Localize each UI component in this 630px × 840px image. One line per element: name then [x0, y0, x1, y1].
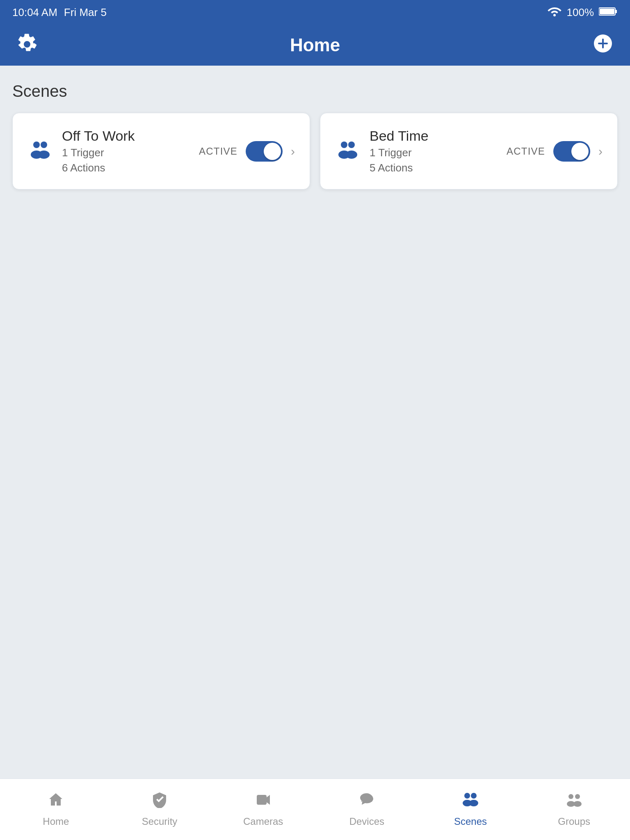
- nav-label-home: Home: [43, 816, 69, 827]
- svg-point-3: [33, 142, 40, 148]
- scene-actions-2: 5 Actions: [370, 162, 429, 174]
- status-bar: 10:04 AM Fri Mar 5 100%: [0, 0, 630, 25]
- scene-icon: [27, 138, 52, 164]
- main-content: Scenes Off To Work 1 Trigger 6 Actions: [0, 66, 630, 778]
- nav-label-security: Security: [142, 816, 178, 827]
- scene-info-2: Bed Time 1 Trigger 5 Actions: [370, 128, 429, 174]
- cameras-icon: [255, 792, 272, 812]
- nav-item-scenes[interactable]: Scenes: [419, 788, 523, 831]
- scene-card-off-to-work[interactable]: Off To Work 1 Trigger 6 Actions ACTIVE ›: [12, 113, 310, 189]
- active-label: ACTIVE: [199, 146, 237, 157]
- chevron-right-icon-2: ›: [598, 144, 603, 158]
- svg-point-4: [41, 142, 47, 148]
- security-icon: [151, 792, 168, 812]
- settings-button[interactable]: [16, 34, 38, 57]
- scene-info: Off To Work 1 Trigger 6 Actions: [62, 128, 135, 174]
- nav-item-cameras[interactable]: Cameras: [211, 788, 315, 831]
- app-header: Home: [0, 25, 630, 66]
- toggle-knob-2: [571, 143, 589, 160]
- status-time: 10:04 AM: [12, 6, 57, 19]
- status-right: 100%: [547, 6, 618, 19]
- scene-toggle[interactable]: [246, 141, 283, 162]
- svg-point-10: [346, 151, 357, 159]
- wifi-icon: [547, 6, 562, 19]
- svg-rect-2: [600, 9, 614, 14]
- status-date: Fri Mar 5: [64, 6, 107, 19]
- chevron-right-icon: ›: [291, 144, 295, 158]
- scene-card-left: Off To Work 1 Trigger 6 Actions: [27, 128, 135, 174]
- bottom-nav: Home Security Cameras Devices: [0, 778, 630, 840]
- battery-percentage: 100%: [567, 6, 594, 19]
- scene-trigger: 1 Trigger: [62, 146, 135, 159]
- nav-item-home[interactable]: Home: [4, 788, 108, 831]
- home-icon: [48, 792, 64, 812]
- nav-label-cameras: Cameras: [243, 816, 283, 827]
- scene-name: Off To Work: [62, 128, 135, 144]
- nav-item-security[interactable]: Security: [108, 788, 212, 831]
- svg-point-19: [573, 801, 582, 807]
- svg-point-8: [348, 142, 355, 148]
- toggle-knob: [264, 143, 281, 160]
- nav-label-scenes: Scenes: [454, 816, 487, 827]
- scene-card-left-2: Bed Time 1 Trigger 5 Actions: [335, 128, 429, 174]
- scenes-section-title: Scenes: [12, 82, 618, 100]
- svg-point-17: [575, 794, 580, 799]
- svg-rect-1: [615, 10, 617, 13]
- svg-point-6: [38, 151, 50, 159]
- svg-point-16: [568, 794, 573, 799]
- scene-actions: 6 Actions: [62, 162, 135, 174]
- scene-icon-2: [335, 138, 360, 164]
- scene-name-2: Bed Time: [370, 128, 429, 144]
- scenes-grid: Off To Work 1 Trigger 6 Actions ACTIVE ›: [12, 113, 618, 189]
- nav-label-devices: Devices: [349, 816, 384, 827]
- nav-item-devices[interactable]: Devices: [315, 788, 419, 831]
- nav-item-groups[interactable]: Groups: [522, 788, 626, 831]
- svg-point-13: [471, 793, 477, 799]
- groups-icon: [565, 792, 583, 812]
- nav-label-groups: Groups: [558, 816, 590, 827]
- devices-icon: [358, 792, 375, 812]
- page-title: Home: [290, 35, 340, 55]
- svg-point-15: [469, 800, 478, 806]
- scene-trigger-2: 1 Trigger: [370, 146, 429, 159]
- svg-point-7: [341, 142, 347, 148]
- status-left: 10:04 AM Fri Mar 5: [12, 6, 107, 19]
- battery-icon: [599, 6, 618, 19]
- add-button[interactable]: [592, 33, 614, 57]
- scenes-nav-icon: [461, 792, 479, 812]
- scene-card-right-2: ACTIVE ›: [507, 141, 603, 162]
- scene-card-bed-time[interactable]: Bed Time 1 Trigger 5 Actions ACTIVE ›: [320, 113, 618, 189]
- svg-point-12: [464, 793, 470, 799]
- scene-card-right: ACTIVE ›: [199, 141, 295, 162]
- scene-toggle-2[interactable]: [553, 141, 590, 162]
- active-label-2: ACTIVE: [507, 146, 545, 157]
